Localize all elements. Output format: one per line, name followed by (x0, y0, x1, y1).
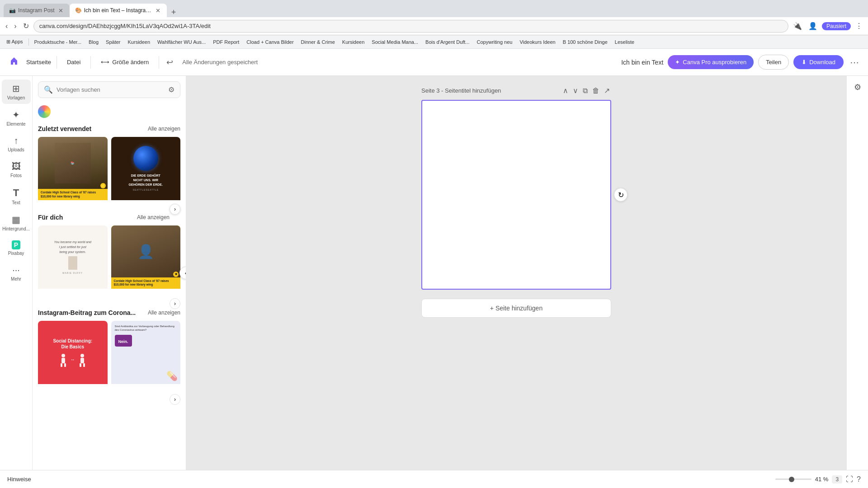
sidebar-item-hintergrund[interactable]: ▦ Hintergrund... (2, 211, 31, 235)
corona-show-all[interactable]: Alle anzeigen (148, 310, 180, 316)
home-button[interactable] (7, 54, 21, 70)
for-you-show-all[interactable]: Alle anzeigen (137, 214, 170, 221)
new-tab-button[interactable]: + (169, 8, 179, 17)
canvas-page-3[interactable] (421, 100, 611, 290)
template-foryou-1[interactable]: You became my world andI just settled fo… (38, 225, 108, 295)
sidebar-label-elemente: Elemente (6, 122, 25, 127)
bookmark-video[interactable]: Videokurs Ideen (517, 38, 558, 46)
sidebar-label-text: Text (12, 200, 20, 205)
bookmark-leseliste[interactable]: Leseliste (612, 38, 637, 46)
bookmark-produktsuche[interactable]: Produktsuche - Mer... (32, 38, 85, 46)
template-foryou-2[interactable]: 👤 Cordale High School Class of '87 raise… (111, 225, 181, 295)
sidebar-label-mehr: Mehr (11, 277, 21, 282)
bookmark-kursideen2[interactable]: Kursideen (340, 38, 368, 46)
bottom-bar: Hinweise 41 % 3 ⛶ ? (0, 470, 868, 488)
tab-close-2[interactable]: ✕ (155, 6, 161, 15)
template-corona-1[interactable]: Social Distancing:Die Basics (38, 321, 108, 390)
tab-close-1[interactable]: ✕ (57, 6, 64, 15)
page-delete-button[interactable]: 🗑 (591, 85, 601, 96)
forward-button[interactable]: › (12, 20, 18, 32)
bookmark-pdf[interactable]: PDF Report (210, 38, 242, 46)
bookmark-später[interactable]: Später (103, 38, 123, 46)
back-button[interactable]: ‹ (4, 20, 9, 32)
resize-button[interactable]: ⟷ Größe ändern (96, 56, 153, 68)
menu-button[interactable]: ⋮ (854, 20, 864, 32)
zoom-slider[interactable] (775, 479, 811, 480)
bookmark-copy[interactable]: Copywriting neu (474, 38, 515, 46)
share-button[interactable]: Teilen (758, 55, 789, 70)
zoom-controls: 41 % 3 ⛶ ? (775, 475, 861, 483)
canva-pro-label: Canva Pro ausprobieren (683, 59, 746, 66)
sidebar-item-vorlagen[interactable]: ⊞ Vorlagen (2, 80, 31, 104)
bookmark-social[interactable]: Social Media Mana... (369, 38, 421, 46)
bookmark-100[interactable]: B 100 schöne Dinge (560, 38, 610, 46)
bookmark-dinner[interactable]: Dinner & Crime (298, 38, 338, 46)
reload-button[interactable]: ↻ (21, 20, 31, 32)
tab-instagram-post[interactable]: 📷 Instagram Post ✕ (4, 4, 70, 17)
search-icon: 🔍 (44, 85, 53, 94)
home-label[interactable]: Startseite (26, 59, 51, 66)
undo-button[interactable]: ↩ (165, 56, 175, 69)
corona-next[interactable]: › (170, 394, 180, 405)
extensions-button[interactable]: 🔌 (791, 20, 804, 32)
sidebar-item-text[interactable]: T Text (2, 183, 31, 209)
address-bar[interactable]: canva.com/design/DAEhbzjcggM/KIh15LaV3qA… (33, 20, 788, 33)
bookmark-apps[interactable]: ⊞ Apps (4, 38, 26, 46)
sidebar-item-mehr[interactable]: ··· Mehr (2, 261, 31, 285)
template-c1-title: Social Distancing:Die Basics (53, 338, 92, 350)
recently-used-header: Zuletzt verwendet Alle anzeigen (38, 125, 180, 132)
svg-point-0 (61, 354, 65, 357)
bookmark-blog[interactable]: Blog (86, 38, 101, 46)
right-panel-adjust-button[interactable]: ⚙ (851, 80, 864, 95)
more-options-button[interactable]: ⋯ (848, 55, 861, 70)
add-page-button[interactable]: + Seite hinzufügen (421, 299, 611, 318)
download-button[interactable]: ⬇ Download (793, 55, 844, 69)
canva-pro-button[interactable]: ✦ Canva Pro ausprobieren (668, 55, 754, 69)
svg-rect-1 (61, 358, 65, 363)
profile-button[interactable]: 👤 (807, 20, 819, 32)
for-you-next[interactable]: › (170, 298, 180, 309)
page-down-button[interactable]: ∨ (571, 85, 580, 96)
file-label: Datei (67, 59, 80, 66)
recently-used-show-all[interactable]: Alle anzeigen (148, 126, 180, 132)
file-button[interactable]: Datei (62, 56, 85, 68)
template-corona-2[interactable]: Sind Antibiotika zur Vorbeugung oder Beh… (111, 321, 181, 390)
canvas-page-wrapper: ↻ (421, 100, 611, 290)
help-button[interactable]: ? (857, 475, 861, 483)
sidebar-label-pixabay: Pixabay (8, 251, 24, 256)
hintergrund-icon: ▦ (12, 214, 20, 225)
bookmark-bois[interactable]: Bois d'Argent Duft... (423, 38, 472, 46)
svg-rect-3 (64, 363, 66, 367)
sidebar-item-pixabay[interactable]: P Pixabay (2, 237, 31, 259)
sidebar-item-elemente[interactable]: ✦ Elemente (2, 106, 31, 130)
filter-button[interactable]: ⚙ (168, 85, 175, 94)
pause-button[interactable]: Pausiert (822, 22, 851, 30)
pixabay-icon: P (12, 240, 20, 249)
sidebar-item-uploads[interactable]: ↑ Uploads (2, 132, 31, 156)
color-palette-button[interactable] (38, 105, 51, 118)
bookmark-wahlfächer[interactable]: Wahlfächer WU Aus... (155, 38, 208, 46)
fullscreen-button[interactable]: ⛶ (846, 475, 853, 483)
search-input[interactable] (57, 86, 165, 93)
page-duplicate-button[interactable]: ⧉ (581, 85, 589, 96)
tab-title-2: Ich bin ein Text – Instagram-Bei... (84, 7, 152, 14)
tab-canva[interactable]: 🎨 Ich bin ein Text – Instagram-Bei... ✕ (70, 4, 167, 17)
page-number: 3 (835, 476, 839, 483)
bookmark-kursideen1[interactable]: Kursideen (125, 38, 153, 46)
zoom-dot[interactable] (789, 477, 794, 482)
bookmark-cload[interactable]: Cload + Canva Bilder (244, 38, 296, 46)
corona-title: Instagram-Beitrag zum Corona... (38, 309, 136, 316)
elemente-icon: ✦ (12, 109, 20, 120)
autosave-status: Alle Änderungen gespeichert (182, 59, 258, 66)
page-up-button[interactable]: ∧ (561, 85, 570, 96)
page-share-button[interactable]: ↗ (603, 85, 611, 96)
recently-used-next[interactable]: › (170, 204, 180, 215)
corona-grid: Social Distancing:Die Basics (38, 321, 180, 390)
sidebar-label-uploads: Uploads (8, 147, 24, 152)
template-recently-2[interactable]: DIE ERDE GEHÖRT NICHT UNS. WIR GEHÖREN D… (111, 137, 181, 206)
canvas-refresh-button[interactable]: ↻ (614, 188, 627, 202)
collapse-panel-button[interactable]: ‹ (179, 267, 186, 279)
recently-used-section: Zuletzt verwendet Alle anzeigen 📚 (38, 125, 180, 206)
template-recently-1[interactable]: 📚 Cordale High School Class of '87 raise… (38, 137, 108, 206)
sidebar-item-fotos[interactable]: 🖼 Fotos (2, 158, 31, 182)
